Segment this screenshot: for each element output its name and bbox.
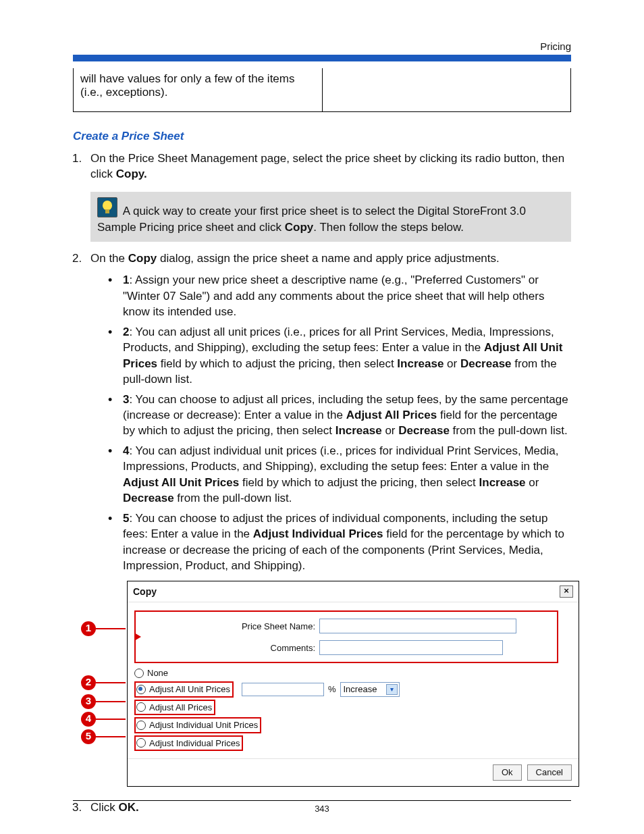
- option-adjust-individual-unit-prices[interactable]: Adjust Individual Unit Prices: [134, 717, 572, 733]
- dialog-titlebar: Copy ×: [128, 581, 579, 603]
- price-sheet-name-input[interactable]: [319, 619, 516, 633]
- comments-label: Comments:: [187, 642, 319, 654]
- lightbulb-icon: [97, 197, 117, 217]
- step-1: On the Price Sheet Management page, sele…: [85, 151, 571, 182]
- percent-label: %: [328, 683, 336, 696]
- bullet-1: 1: Assign your new price sheet a descrip…: [108, 272, 571, 319]
- main-ordered-list-cont: On the Copy dialog, assign the price she…: [85, 251, 571, 815]
- step-2: On the Copy dialog, assign the price she…: [85, 251, 571, 786]
- arrow-icon: [134, 633, 141, 641]
- page-number: 343: [73, 800, 571, 814]
- price-sheet-name-label: Price Sheet Name:: [187, 621, 319, 633]
- option-5-highlight: Adjust Individual Prices: [134, 735, 243, 752]
- callout-5: 5: [81, 729, 96, 744]
- cancel-button[interactable]: Cancel: [527, 764, 572, 781]
- comments-input[interactable]: [319, 640, 503, 655]
- tip-box: A quick way to create your first price s…: [90, 192, 571, 242]
- option-adjust-individual-prices[interactable]: Adjust Individual Prices: [134, 735, 572, 752]
- bullet-2: 2: You can adjust all unit prices (i.e.,…: [108, 324, 571, 388]
- dialog-title-text: Copy: [133, 585, 157, 598]
- main-ordered-list: On the Price Sheet Management page, sele…: [85, 151, 571, 182]
- callout-2: 2: [81, 675, 96, 690]
- bullet-5: 5: You can choose to adjust the prices o…: [108, 511, 571, 574]
- dialog-form: Price Sheet Name: Comments: None: [128, 602, 579, 758]
- option-adjust-all-prices[interactable]: Adjust All Prices: [134, 700, 572, 716]
- page-header: Pricing: [73, 41, 571, 52]
- ok-button[interactable]: Ok: [493, 764, 522, 781]
- step-2-bullets: 1: Assign your new price sheet a descrip…: [108, 272, 571, 573]
- callout-1: 1: [81, 621, 96, 636]
- option-none[interactable]: None: [134, 667, 572, 679]
- radio-none[interactable]: [134, 669, 144, 678]
- radio-adjust-individual-unit-prices[interactable]: [136, 721, 146, 730]
- radio-adjust-all-unit-prices[interactable]: [136, 685, 146, 694]
- dialog-footer: Ok Cancel: [128, 758, 579, 786]
- option-2-highlight: Adjust All Unit Prices: [134, 681, 234, 698]
- top-table-right: [322, 68, 571, 112]
- top-table-left: will have values for only a few of the i…: [74, 68, 323, 112]
- callout-4: 4: [81, 712, 96, 727]
- chevron-down-icon: ▾: [386, 684, 398, 695]
- name-section-highlight: Price Sheet Name: Comments:: [134, 610, 558, 663]
- option-adjust-all-unit-prices: Adjust All Unit Prices % Increase ▾: [134, 681, 572, 698]
- copy-dialog: Copy × Price Sheet Name: Comments:: [127, 581, 579, 787]
- radio-adjust-individual-prices[interactable]: [136, 738, 146, 748]
- top-table: will have values for only a few of the i…: [73, 68, 571, 112]
- header-title: Pricing: [540, 41, 571, 52]
- radio-adjust-all-prices[interactable]: [136, 702, 146, 712]
- bullet-4: 4: You can adjust individual unit prices…: [108, 443, 571, 506]
- option-4-highlight: Adjust Individual Unit Prices: [134, 717, 261, 733]
- percent-input[interactable]: [242, 683, 324, 696]
- callout-3: 3: [81, 694, 96, 709]
- increase-decrease-select[interactable]: Increase ▾: [340, 682, 400, 697]
- option-3-highlight: Adjust All Prices: [134, 700, 215, 716]
- header-rule: [73, 55, 571, 61]
- copy-dialog-screenshot: 1 2 3 4 5: [127, 581, 579, 787]
- section-title: Create a Price Sheet: [73, 130, 571, 143]
- close-button[interactable]: ×: [560, 585, 573, 598]
- bullet-3: 3: You can choose to adjust all prices, …: [108, 392, 571, 439]
